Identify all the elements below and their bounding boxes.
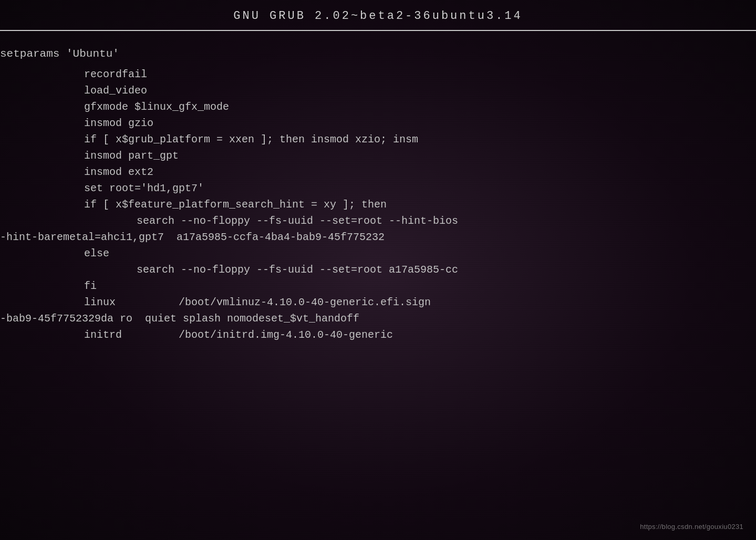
terminal-line: fi [0, 278, 756, 294]
terminal-line: recordfail [0, 66, 756, 82]
terminal-line: search --no-floppy --fs-uuid --set=root … [0, 213, 756, 229]
header-bar: GNU GRUB 2.02~beta2-36ubuntu3.14 [0, 0, 756, 31]
terminal-line: initrd /boot/initrd.img-4.10.0-40-generi… [0, 327, 756, 343]
grub-title: GNU GRUB 2.02~beta2-36ubuntu3.14 [233, 9, 522, 23]
terminal-line: if [ x$grub_platform = xxen ]; then insm… [0, 131, 756, 148]
terminal-line: linux /boot/vmlinuz-4.10.0-40-generic.ef… [0, 294, 756, 310]
terminal-content: setparams 'Ubuntu'recordfailload_videogf… [0, 31, 756, 540]
terminal-line: search --no-floppy --fs-uuid --set=root … [0, 262, 756, 278]
terminal-line: gfxmode $linux_gfx_mode [0, 99, 756, 115]
terminal-line: insmod ext2 [0, 164, 756, 180]
terminal-line: if [ x$feature_platform_search_hint = xy… [0, 196, 756, 213]
terminal-line: load_video [0, 82, 756, 99]
terminal-line: -hint-baremetal=ahci1,gpt7 a17a5985-ccfa… [0, 229, 756, 245]
terminal-line: -bab9-45f7752329da ro quiet splash nomod… [0, 310, 756, 327]
watermark: https://blog.csdn.net/gouxiu0231 [640, 523, 743, 531]
terminal-line: set root='hd1,gpt7' [0, 180, 756, 196]
terminal-line: setparams 'Ubuntu' [0, 46, 756, 63]
terminal-line: insmod part_gpt [0, 148, 756, 164]
terminal-line: insmod gzio [0, 115, 756, 131]
terminal-line: else [0, 245, 756, 262]
grub-screen: GNU GRUB 2.02~beta2-36ubuntu3.14 setpara… [0, 0, 756, 540]
